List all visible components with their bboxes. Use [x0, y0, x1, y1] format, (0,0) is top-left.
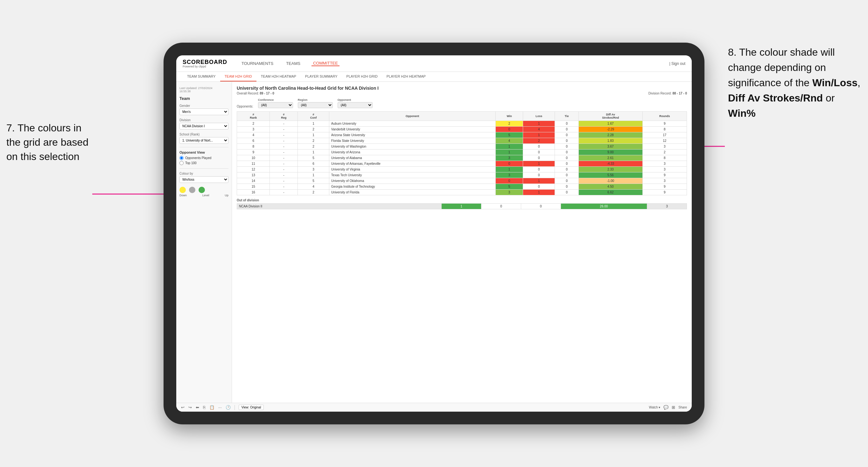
opponent-filter-label: Opponent [338, 98, 373, 101]
cell-opponent: University of Alabama [329, 155, 495, 161]
cell-loss: 1 [523, 121, 555, 127]
grid-button[interactable]: ⊞ [672, 405, 675, 410]
tab-team-h2h-heatmap[interactable]: TEAM H2H HEATMAP [256, 72, 301, 82]
cell-win: 0 [496, 127, 523, 132]
tab-player-h2h-grid[interactable]: PLAYER H2H GRID [342, 72, 382, 82]
cell-rounds: 9 [643, 190, 687, 195]
division-select[interactable]: NCAA Division I [180, 123, 228, 129]
colour-by-select[interactable]: Win/loss [180, 176, 228, 183]
colour-up-circle [198, 187, 205, 193]
nav-committee[interactable]: COMMITTEE [311, 61, 340, 66]
grid-subtitle: Overall Record: 89 - 17 - 0 Division Rec… [237, 92, 687, 95]
conference-select[interactable]: (All) [258, 102, 293, 108]
cell-rank: 8 [237, 144, 270, 150]
cell-opponent: Arizona State University [329, 132, 495, 138]
cell-rounds: 3 [643, 178, 687, 184]
opponent-filter: Opponent (All) [338, 98, 373, 108]
nav-tournaments[interactable]: TOURNAMENTS [240, 61, 275, 66]
cell-rank: 4 [237, 132, 270, 138]
col-win: Win [496, 112, 523, 121]
redo-button[interactable]: ↪ [188, 405, 192, 410]
cell-conf: 1 [298, 121, 329, 127]
annotation-right: 8. The colour shade will change dependin… [728, 44, 862, 121]
cell-rounds: 9 [643, 184, 687, 190]
last-updated: Last Updated: 27/03/2024 16:55:38 [180, 87, 228, 93]
cell-loss: 0 [523, 173, 555, 178]
cell-opponent: Auburn University [329, 121, 495, 127]
table-row: 8 - 2 University of Washington 1 0 0 3.6… [237, 144, 687, 150]
comment-button[interactable]: 💬 [663, 405, 669, 410]
gender-select[interactable]: Men's [180, 108, 228, 115]
watch-button[interactable]: Watch ▾ [649, 406, 660, 409]
cell-win: 4 [496, 138, 523, 144]
cell-tie: 0 [555, 121, 579, 127]
cell-conf: 1 [298, 132, 329, 138]
cell-win: 3 [496, 155, 523, 161]
cell-loss: 2 [523, 138, 555, 144]
dots-button[interactable]: ··· [218, 405, 222, 410]
back-button[interactable]: ⬅ [196, 405, 199, 410]
out-of-division-table: NCAA Division II 1 0 0 26.00 3 [237, 203, 687, 209]
cell-diff: -4.33 [579, 161, 643, 167]
tab-team-summary[interactable]: TEAM SUMMARY [183, 72, 220, 82]
cell-diff: 1.67 [579, 121, 643, 127]
cell-diff: 4.50 [579, 184, 643, 190]
cell-rank: 13 [237, 173, 270, 178]
cell-rank: 15 [237, 184, 270, 190]
out-of-division-label: Out of division [237, 198, 687, 202]
share-button[interactable]: Share [678, 406, 687, 409]
cell-diff: 5.56 [579, 173, 643, 178]
colour-legend-labels: Down Level Up [180, 194, 228, 197]
cell-reg: - [270, 178, 298, 184]
clock-button[interactable]: 🕐 [225, 405, 231, 410]
table-row: 12 - 3 University of Virginia 1 0 0 2.33… [237, 167, 687, 173]
cell-reg: - [270, 173, 298, 178]
table-row: 11 - 6 University of Arkansas, Fayettevi… [237, 161, 687, 167]
cell-loss: 0 [523, 184, 555, 190]
cell-reg: - [270, 127, 298, 132]
cell-rounds: 9 [643, 121, 687, 127]
cell-opponent: Vanderbilt University [329, 127, 495, 132]
tab-team-h2h-grid[interactable]: TEAM H2H GRID [220, 72, 256, 82]
radio-opponents-played[interactable]: Opponents Played [180, 156, 228, 160]
cell-win: 1 [496, 144, 523, 150]
tab-player-summary[interactable]: PLAYER SUMMARY [301, 72, 342, 82]
cell-rounds: 12 [643, 138, 687, 144]
col-reg: #Reg [270, 112, 298, 121]
paste-button[interactable]: 📋 [209, 405, 214, 410]
cell-loss: 1 [523, 161, 555, 167]
region-filter-label: Region [298, 98, 333, 101]
sidebar-team-title: Team [180, 96, 228, 101]
undo-button[interactable]: ↩ [181, 405, 185, 410]
nav-teams[interactable]: TEAMS [284, 61, 302, 66]
opponent-select[interactable]: (All) [338, 102, 373, 108]
division-label: Division [180, 118, 228, 122]
region-select[interactable]: (All) [298, 102, 333, 108]
colour-up-label: Up [225, 194, 228, 197]
col-rank: #Rank [237, 112, 270, 121]
copy-button[interactable]: ⎘ [203, 405, 206, 410]
cell-loss: 0 [523, 150, 555, 155]
arrow-left-icon [92, 185, 175, 205]
overall-record: Overall Record: 89 - 17 - 0 [237, 92, 274, 95]
view-original-button[interactable]: View: Original [239, 405, 264, 410]
cell-diff: 2.33 [579, 167, 643, 173]
sign-out-button[interactable]: | Sign out [670, 61, 686, 66]
toolbar-bottom: ↩ ↪ ⬅ ⎘ 📋 ··· 🕐 View: Original Watch ▾ 💬… [176, 403, 692, 412]
toolbar-separator [235, 405, 235, 410]
main-content: Last Updated: 27/03/2024 16:55:38 Team G… [176, 82, 692, 403]
cell-rounds: 8 [643, 127, 687, 132]
colour-down-circle [180, 187, 186, 193]
ood-diff: 26.00 [561, 204, 647, 209]
radio-top100[interactable]: Top 100 [180, 161, 228, 165]
opponent-view-title: Opponent View [180, 151, 228, 154]
cell-reg: - [270, 161, 298, 167]
cell-reg: - [270, 155, 298, 161]
cell-rounds: 3 [643, 167, 687, 173]
school-select[interactable]: 1. University of Nort... [180, 137, 228, 144]
cell-win: 0 [496, 178, 523, 184]
colour-by-label: Colour by [180, 172, 228, 175]
cell-tie: 0 [555, 190, 579, 195]
tab-player-h2h-heatmap[interactable]: PLAYER H2H HEATMAP [382, 72, 430, 82]
cell-diff: 2.28 [579, 132, 643, 138]
